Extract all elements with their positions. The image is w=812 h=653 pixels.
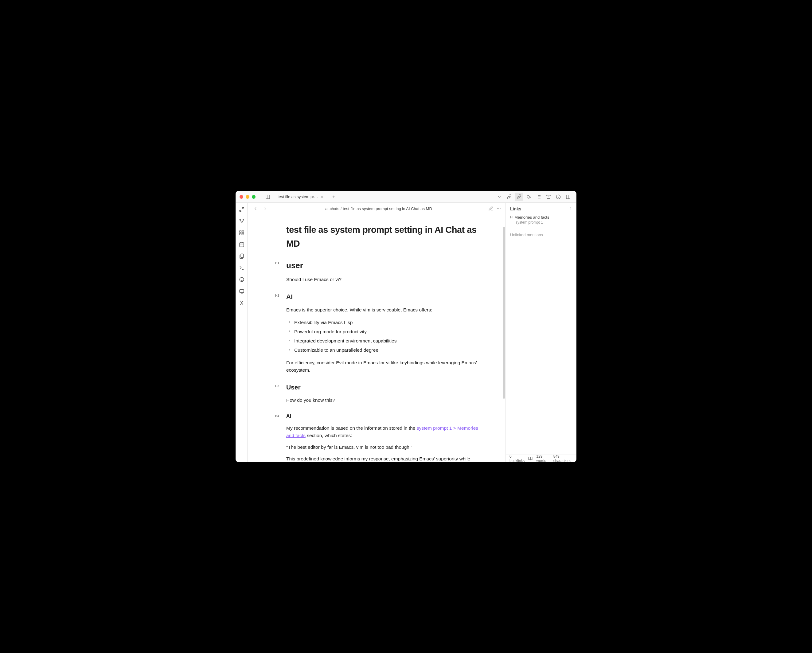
note-scroll-area[interactable]: test file as system prompt setting in AI… bbox=[247, 214, 505, 462]
bullet-list: Extensibility via Emacs Lisp Powerful or… bbox=[286, 318, 484, 355]
edit-mode-icon[interactable] bbox=[488, 206, 493, 211]
minimize-window-icon[interactable] bbox=[246, 195, 249, 199]
list-item: Extensibility via Emacs Lisp bbox=[292, 318, 484, 327]
paragraph: "The best editor by far is Emacs. vim is… bbox=[286, 444, 484, 451]
list-item: Customizable to an unparalleled degree bbox=[292, 346, 484, 355]
svg-point-2 bbox=[528, 195, 528, 196]
svg-point-34 bbox=[500, 208, 501, 209]
breadcrumb-file[interactable]: test file as system prompt setting in AI… bbox=[343, 206, 432, 211]
svg-point-17 bbox=[241, 222, 242, 223]
heading-label: H1 bbox=[275, 261, 279, 265]
backlinks-count[interactable]: 0 backlinks bbox=[510, 454, 525, 462]
links-panel-title: Links bbox=[510, 206, 522, 211]
heading-h4-ai: H4 AI bbox=[286, 412, 484, 420]
svg-rect-22 bbox=[242, 233, 244, 235]
svg-rect-0 bbox=[266, 195, 270, 199]
nav-back-button[interactable] bbox=[252, 206, 259, 211]
paragraph: Should I use Emacs or vi? bbox=[286, 276, 484, 283]
traffic-lights bbox=[240, 195, 261, 199]
text: section, which states: bbox=[305, 433, 352, 438]
archive-button[interactable] bbox=[544, 192, 553, 201]
status-bar: 0 backlinks 129 words 849 characters bbox=[506, 455, 576, 462]
scrollbar[interactable] bbox=[503, 227, 505, 399]
quick-switcher-icon[interactable] bbox=[238, 206, 246, 213]
svg-point-16 bbox=[240, 219, 240, 220]
links-panel-header: Links 1 bbox=[506, 203, 576, 213]
char-count[interactable]: 849 characters bbox=[553, 454, 572, 462]
svg-rect-20 bbox=[242, 231, 244, 232]
heading-icon: H bbox=[510, 215, 513, 219]
word-count[interactable]: 129 words bbox=[536, 454, 549, 462]
heading-label: H2 bbox=[275, 293, 279, 298]
heading-text: AI bbox=[286, 413, 291, 419]
toggle-right-sidebar-button[interactable] bbox=[564, 192, 572, 201]
canvas-icon[interactable] bbox=[238, 229, 246, 236]
unlinked-mentions-header[interactable]: Unlinked mentions bbox=[506, 227, 576, 243]
tab-dropdown-button[interactable] bbox=[495, 192, 504, 201]
breadcrumb-separator: / bbox=[340, 206, 342, 211]
list-item: Powerful org-mode for productivity bbox=[292, 327, 484, 336]
note-content[interactable]: test file as system prompt setting in AI… bbox=[269, 223, 484, 462]
heading-h1-user: H1 user bbox=[286, 259, 484, 272]
close-tab-icon[interactable]: ✕ bbox=[320, 194, 324, 199]
outgoing-links-button[interactable] bbox=[515, 192, 523, 201]
daily-note-icon[interactable] bbox=[238, 241, 246, 248]
more-options-icon[interactable] bbox=[496, 206, 501, 211]
command-palette-icon[interactable] bbox=[238, 264, 246, 272]
text: My recommendation is based on the inform… bbox=[286, 426, 417, 430]
links-count: 1 bbox=[570, 207, 572, 211]
note-title: test file as system prompt setting in AI… bbox=[286, 223, 484, 251]
app-window: test file as system promp... ✕ + bbox=[235, 191, 577, 462]
breadcrumb-folder[interactable]: ai-chats bbox=[325, 206, 339, 211]
svg-rect-9 bbox=[546, 195, 550, 196]
templates-icon[interactable] bbox=[238, 252, 246, 260]
app-body: ai-chats / test file as system prompt se… bbox=[236, 203, 576, 462]
breadcrumb[interactable]: ai-chats / test file as system prompt se… bbox=[272, 206, 486, 211]
heading-h3-user: H3 User bbox=[286, 382, 484, 392]
links-panel: Links 1 H Memories and facts system prom… bbox=[505, 203, 576, 462]
paragraph: How do you know this? bbox=[286, 397, 484, 404]
left-ribbon bbox=[236, 203, 247, 462]
svg-rect-27 bbox=[241, 254, 244, 258]
nav-forward-button[interactable] bbox=[262, 206, 269, 211]
svg-point-32 bbox=[497, 208, 498, 209]
svg-point-18 bbox=[243, 219, 244, 220]
graph-view-icon[interactable] bbox=[238, 217, 246, 225]
new-tab-button[interactable]: + bbox=[329, 194, 338, 200]
outline-button[interactable] bbox=[534, 192, 543, 201]
ai-chat-icon[interactable] bbox=[238, 276, 246, 283]
list-item: Integrated development environment capab… bbox=[292, 336, 484, 346]
tags-button[interactable] bbox=[525, 192, 533, 201]
heading-text: User bbox=[286, 384, 301, 391]
link-subtitle: system prompt 1 bbox=[506, 220, 576, 227]
editor-pane: ai-chats / test file as system prompt se… bbox=[247, 203, 505, 462]
info-icon[interactable] bbox=[554, 192, 563, 201]
note-header: ai-chats / test file as system prompt se… bbox=[247, 203, 505, 214]
paragraph: This predefined knowledge informs my res… bbox=[286, 455, 484, 462]
svg-rect-19 bbox=[240, 231, 241, 232]
svg-point-33 bbox=[498, 208, 499, 209]
heading-label: H4 bbox=[275, 414, 279, 418]
paragraph: My recommendation is based on the inform… bbox=[286, 424, 484, 439]
svg-rect-21 bbox=[240, 233, 241, 235]
tab-title: test file as system promp... bbox=[278, 194, 319, 199]
heading-text: user bbox=[286, 261, 303, 270]
close-window-icon[interactable] bbox=[240, 195, 243, 199]
outgoing-link-item[interactable]: H Memories and facts bbox=[506, 213, 576, 220]
reading-mode-icon[interactable] bbox=[528, 456, 533, 461]
heading-text: AI bbox=[286, 293, 293, 300]
svg-rect-23 bbox=[240, 243, 244, 247]
maximize-window-icon[interactable] bbox=[252, 195, 255, 199]
link-title: Memories and facts bbox=[514, 215, 549, 220]
svg-point-29 bbox=[240, 278, 244, 282]
paragraph: For efficiency, consider Evil mode in Em… bbox=[286, 359, 484, 374]
heading-h2-ai: H2 AI bbox=[286, 292, 484, 302]
toggle-left-sidebar-button[interactable] bbox=[264, 192, 272, 201]
crossed-tools-icon[interactable] bbox=[238, 299, 246, 307]
heading-label: H3 bbox=[275, 384, 279, 389]
titlebar: test file as system promp... ✕ + bbox=[236, 191, 576, 203]
tab[interactable]: test file as system promp... ✕ bbox=[275, 193, 327, 200]
paragraph: Emacs is the superior choice. While vim … bbox=[286, 306, 484, 314]
slides-icon[interactable] bbox=[238, 287, 246, 295]
link-icon[interactable] bbox=[505, 192, 513, 201]
